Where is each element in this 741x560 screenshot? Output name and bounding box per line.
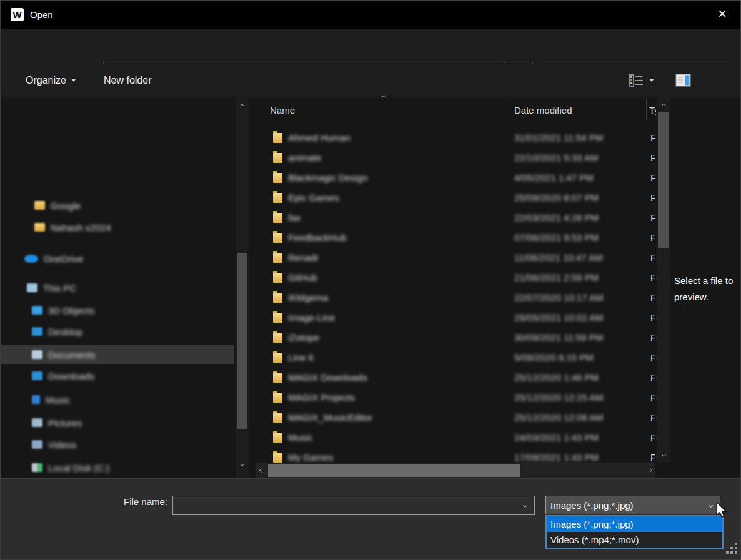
file-row-name: animate <box>288 152 321 163</box>
sidebar-item-label: Downloads <box>48 371 94 381</box>
file-row[interactable]: iZotope30/09/2021 11:59 PMFile folder <box>256 328 655 348</box>
scroll-left-icon[interactable] <box>256 463 267 478</box>
scroll-up-icon[interactable] <box>236 100 249 111</box>
file-row-type: File folder <box>650 172 655 183</box>
scroll-down-icon[interactable] <box>236 458 249 469</box>
file-type-option[interactable]: Images (*.png;*.jpg) <box>547 516 722 532</box>
file-row-type: File folder <box>650 332 655 343</box>
sidebar-item[interactable]: Downloads <box>1 366 234 385</box>
folder-icon <box>273 373 282 383</box>
file-row[interactable]: FeedbackHub07/06/2021 9:53 PMFile folder <box>256 228 655 248</box>
file-list: Ahmed Human31/01/2021 11:54 PMFile folde… <box>256 128 655 463</box>
file-row-date-modified: 25/12/2020 12:08 AM <box>514 412 604 423</box>
sidebar-item[interactable]: Google <box>1 196 234 215</box>
sidebar-item[interactable]: 3D Objects <box>1 301 234 320</box>
file-row-date-modified: 29/05/2021 10:02 AM <box>514 312 604 323</box>
sidebar-item-label: Google <box>51 200 81 211</box>
chevron-down-icon <box>709 503 713 507</box>
file-row-type: File folder <box>650 312 655 323</box>
file-list-scrollbar[interactable] <box>657 98 670 463</box>
file-name-input[interactable] <box>173 496 515 514</box>
file-row-type: File folder <box>650 432 655 443</box>
file-row[interactable]: Image-Line29/05/2021 10:02 AMFile folder <box>256 308 655 328</box>
column-header-date-modified[interactable]: Date modified <box>514 101 572 120</box>
preview-pane-message: Select a file to preview. <box>674 273 739 305</box>
file-type-select[interactable]: Images (*.png;*.jpg) <box>545 496 720 514</box>
file-row-date-modified: 25/09/2020 8:07 PM <box>514 192 599 203</box>
file-row-name: fax <box>288 212 301 223</box>
file-name-combobox[interactable] <box>172 496 535 515</box>
sidebar-item[interactable]: Videos <box>1 435 234 454</box>
sidebar-item[interactable]: Pictures <box>1 413 234 432</box>
sidebar-item[interactable]: Nahash x2024 <box>1 218 234 237</box>
file-row-type: File folder <box>650 412 655 423</box>
sidebar-item-label: Videos <box>48 440 77 450</box>
file-row[interactable]: GitHub21/06/2021 2:59 PMFile folder <box>256 268 655 288</box>
folder-icon <box>273 333 282 343</box>
resize-grip[interactable] <box>735 543 737 545</box>
file-row[interactable]: Line 65/09/2020 6:15 PMFile folder <box>256 348 655 368</box>
file-type-option[interactable]: Videos (*.mp4;*.mov) <box>547 532 722 548</box>
file-row[interactable]: MAGIX_MusicEditor25/12/2020 12:08 AMFile… <box>256 408 655 428</box>
folder-icon <box>34 201 45 210</box>
sidebar-item[interactable]: OneDrive <box>1 249 234 268</box>
file-row-name: Image-Line <box>288 312 335 323</box>
pictures-icon <box>32 418 42 427</box>
file-row-name: MAGIX Projects <box>288 392 355 403</box>
file-row[interactable]: IKMgema22/07/2020 10:17 AMFile folder <box>256 288 655 308</box>
file-row[interactable]: Renadr11/06/2021 10:47 AMFile folder <box>256 248 655 268</box>
sidebar-item[interactable]: This PC <box>1 278 234 297</box>
file-row-type: File folder <box>650 152 655 163</box>
cloud-icon <box>24 255 38 263</box>
sidebar-item[interactable]: Desktop <box>1 322 234 341</box>
file-row-type: File folder <box>650 392 655 403</box>
close-button[interactable]: × <box>710 4 734 24</box>
sidebar-item[interactable]: Local Disk (C:) <box>1 458 234 477</box>
file-row[interactable]: Epic Games25/09/2020 8:07 PMFile folder <box>256 188 655 208</box>
file-row-date-modified: 24/03/2021 1:43 PM <box>514 432 599 443</box>
file-row[interactable]: Ahmed Human31/01/2021 11:54 PMFile folde… <box>256 128 655 148</box>
column-header-type[interactable]: Type <box>649 101 656 120</box>
sidebar-scrollbar-thumb[interactable] <box>237 253 247 429</box>
file-name-dropdown-icon[interactable] <box>515 504 534 507</box>
file-row[interactable]: MAGIX Downloads25/12/2020 1:46 PMFile fo… <box>256 368 655 388</box>
file-row-name: GitHub <box>288 272 317 283</box>
file-row-date-modified: 11/06/2021 10:47 AM <box>514 252 603 263</box>
sidebar-item[interactable]: Documents <box>1 345 234 364</box>
caret-down-icon <box>649 79 654 82</box>
scroll-down-icon[interactable] <box>657 449 670 460</box>
file-row-type: File folder <box>650 192 655 203</box>
column-divider[interactable] <box>646 99 647 120</box>
file-list-scrollbar-thumb[interactable] <box>658 112 669 248</box>
file-name-label: File name: <box>117 496 167 507</box>
change-view-button[interactable] <box>628 63 654 97</box>
sidebar-item[interactable]: Music <box>1 390 234 409</box>
file-row[interactable]: animate22/10/2021 5:33 AMFile folder <box>256 148 655 168</box>
folder-icon <box>273 153 282 163</box>
folder-icon <box>273 433 282 443</box>
file-row[interactable]: Blackmagic Design4/05/2021 1:47 PMFile f… <box>256 168 655 188</box>
sidebar-item-label: This PC <box>43 283 76 293</box>
organize-button[interactable]: Organize <box>26 63 76 97</box>
sidebar-item-label: Pictures <box>48 418 82 428</box>
column-divider[interactable] <box>507 99 507 120</box>
file-row-name: MAGIX Downloads <box>288 372 367 383</box>
preview-pane-button[interactable] <box>675 63 691 97</box>
file-row[interactable]: My Games17/09/2021 1:43 PMFile folder <box>256 448 655 463</box>
scroll-right-icon[interactable] <box>644 463 655 478</box>
file-row[interactable]: Music24/03/2021 1:43 PMFile folder <box>256 428 655 448</box>
file-row[interactable]: fax22/03/2021 4:28 PMFile folder <box>256 208 655 228</box>
horizontal-scrollbar-thumb[interactable] <box>268 464 520 477</box>
folder-icon <box>34 223 45 232</box>
preview-pane-icon <box>675 74 691 87</box>
scroll-up-icon[interactable] <box>657 99 670 111</box>
horizontal-scrollbar[interactable] <box>256 463 655 478</box>
file-row-date-modified: 07/06/2021 9:53 PM <box>514 232 599 243</box>
file-type-selected-value: Images (*.png;*.jpg) <box>546 500 709 511</box>
new-folder-button[interactable]: New folder <box>104 63 151 97</box>
sidebar-scrollbar[interactable] <box>236 98 249 478</box>
column-header-name[interactable]: Name <box>270 101 295 120</box>
videos-icon <box>32 440 42 449</box>
file-row[interactable]: MAGIX Projects25/12/2020 12:25 AMFile fo… <box>256 388 655 408</box>
file-row-name: FeedbackHub <box>288 232 346 243</box>
